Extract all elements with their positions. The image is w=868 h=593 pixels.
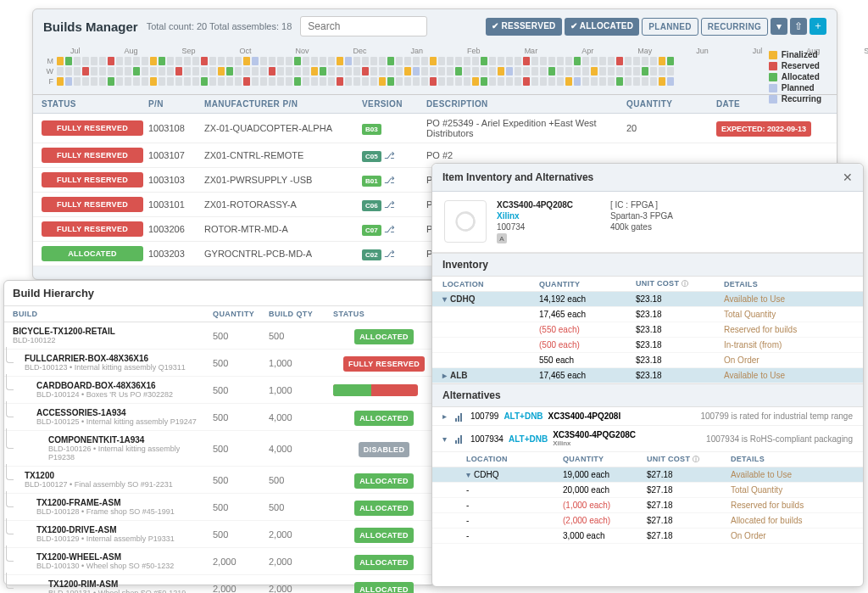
timeline-cell[interactable] [591, 77, 598, 86]
timeline-cell[interactable] [396, 67, 403, 76]
timeline-cell[interactable] [498, 67, 504, 76]
timeline-cell[interactable] [91, 77, 97, 86]
timeline-cell[interactable] [277, 77, 284, 86]
timeline-cell[interactable] [625, 77, 632, 86]
info-icon[interactable]: ⓘ [693, 456, 699, 463]
timeline-cell[interactable] [184, 67, 191, 76]
timeline-cell[interactable] [345, 67, 352, 76]
timeline-cell[interactable] [108, 67, 114, 76]
col-version[interactable]: VERSION [362, 99, 421, 109]
timeline-cell[interactable] [515, 77, 521, 86]
timeline-cell[interactable] [353, 57, 360, 65]
timeline-cell[interactable] [303, 67, 309, 76]
timeline-cell[interactable] [531, 67, 538, 76]
timeline-cell[interactable] [413, 67, 420, 76]
timeline-cell[interactable] [438, 77, 445, 86]
timeline-cell[interactable] [294, 67, 301, 76]
timeline-cell[interactable] [523, 57, 530, 65]
col-build-qty[interactable]: BUILD QTY [269, 310, 328, 318]
timeline-cell[interactable] [472, 77, 479, 86]
filter-allocated[interactable]: ✔ ALLOCATED [565, 18, 640, 36]
timeline-cell[interactable] [99, 57, 106, 65]
col-quantity[interactable]: QUANTITY [539, 280, 632, 288]
timeline-cell[interactable] [192, 67, 199, 76]
timeline-cell[interactable] [159, 57, 165, 65]
timeline-cell[interactable] [574, 77, 581, 86]
timeline-cell[interactable] [159, 67, 165, 76]
timeline-cell[interactable] [125, 77, 131, 86]
timeline-cell[interactable] [387, 67, 394, 76]
timeline-cell[interactable] [498, 57, 504, 65]
alt-tag[interactable]: ALT+DNB [509, 434, 548, 444]
timeline-cell[interactable] [142, 67, 148, 76]
timeline-cell[interactable] [201, 77, 208, 86]
timeline-cell[interactable] [167, 67, 174, 76]
timeline-cell[interactable] [108, 57, 114, 65]
timeline-cell[interactable] [116, 67, 123, 76]
timeline-cell[interactable] [159, 77, 165, 86]
search-input[interactable] [300, 16, 427, 36]
timeline-cell[interactable] [243, 67, 250, 76]
timeline-cell[interactable] [370, 77, 377, 86]
info-icon[interactable]: ⓘ [682, 280, 688, 288]
timeline-cell[interactable] [218, 67, 225, 76]
timeline-cell[interactable] [489, 57, 496, 65]
timeline-cell[interactable] [574, 57, 581, 65]
close-icon[interactable]: ✕ [843, 171, 853, 184]
col-details[interactable]: DETAILS [731, 455, 841, 464]
timeline-cell[interactable] [235, 77, 242, 86]
col-quantity[interactable]: QUANTITY [563, 455, 643, 464]
timeline-cell[interactable] [82, 67, 89, 76]
timeline-cell[interactable] [650, 57, 657, 65]
timeline-cell[interactable] [557, 67, 564, 76]
timeline-cell[interactable] [57, 67, 64, 76]
chevron-down-icon[interactable]: ▾ [442, 434, 447, 444]
timeline-cell[interactable] [582, 57, 589, 65]
timeline-cell[interactable] [201, 67, 208, 76]
timeline-cell[interactable] [57, 77, 64, 86]
timeline-cell[interactable] [565, 67, 572, 76]
timeline-cell[interactable] [57, 57, 64, 65]
export-icon[interactable]: ⇧ [790, 18, 807, 35]
timeline-cell[interactable] [209, 57, 216, 65]
hierarchy-row[interactable]: CARDBOARD-BOX-48X36X16 BLD-100124 • Boxe… [4, 377, 435, 404]
timeline-cell[interactable] [481, 57, 487, 65]
timeline-cell[interactable] [531, 77, 538, 86]
timeline-cell[interactable] [379, 77, 386, 86]
timeline-cell[interactable] [286, 57, 292, 65]
timeline-cell[interactable] [489, 67, 496, 76]
timeline-cell[interactable] [659, 77, 665, 86]
timeline-cell[interactable] [209, 77, 216, 86]
hierarchy-row[interactable]: TX1200-DRIVE-ASM BLD-100129 • Internal a… [4, 521, 435, 548]
timeline-cell[interactable] [387, 77, 394, 86]
timeline-cell[interactable] [370, 67, 377, 76]
timeline-cell[interactable] [209, 67, 216, 76]
timeline-cell[interactable] [515, 67, 521, 76]
timeline-cell[interactable] [582, 67, 589, 76]
timeline-cell[interactable] [447, 67, 453, 76]
timeline-cell[interactable] [311, 77, 318, 86]
timeline-cell[interactable] [413, 57, 420, 65]
timeline-cell[interactable] [65, 67, 72, 76]
timeline-cell[interactable] [286, 77, 292, 86]
col-pn[interactable]: P/N [148, 99, 199, 109]
timeline-cell[interactable] [277, 57, 284, 65]
timeline-cell[interactable] [523, 77, 530, 86]
timeline-cell[interactable] [362, 57, 369, 65]
timeline-cell[interactable] [464, 57, 470, 65]
timeline-cell[interactable] [599, 57, 606, 65]
timeline-cell[interactable] [303, 57, 309, 65]
timeline-cell[interactable] [379, 67, 386, 76]
alt-tag[interactable]: ALT+DNB [504, 411, 542, 421]
inventory-row[interactable]: 550 each $23.18 On Order [432, 353, 863, 368]
timeline-cell[interactable] [591, 57, 598, 65]
timeline-cell[interactable] [565, 77, 572, 86]
timeline-cell[interactable] [328, 57, 335, 65]
timeline-cell[interactable] [633, 57, 640, 65]
timeline-cell[interactable] [218, 57, 225, 65]
timeline-cell[interactable] [320, 77, 326, 86]
timeline-cell[interactable] [667, 67, 674, 76]
filter-planned[interactable]: PLANNED [642, 18, 698, 36]
timeline-cell[interactable] [252, 57, 259, 65]
timeline-cell[interactable] [396, 77, 403, 86]
